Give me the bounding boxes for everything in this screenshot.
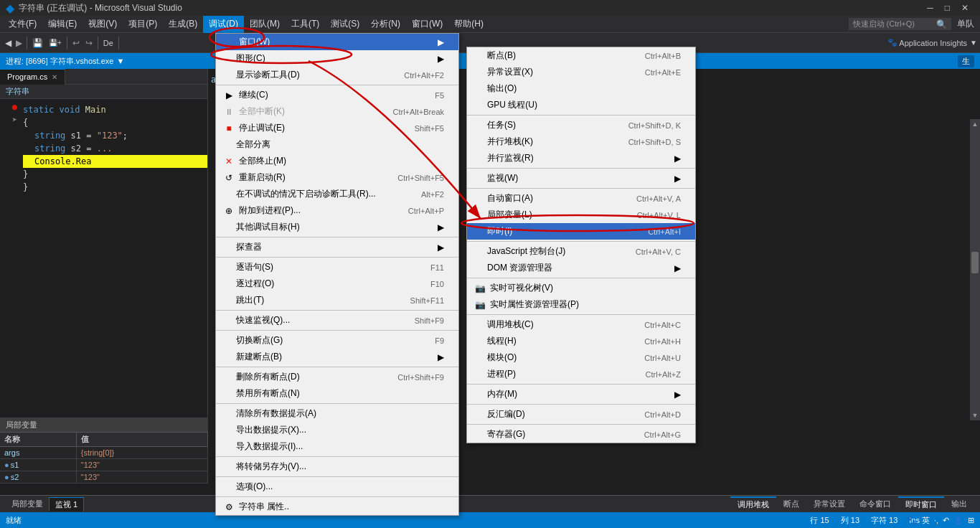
bottom-tab-locals[interactable]: 局部变量 — [6, 497, 50, 511]
locals-row-s2: ●s2 "123" — [0, 471, 208, 484]
window-jsconsole[interactable]: JavaScript 控制台(J) Ctrl+Alt+V, C — [467, 243, 695, 260]
menu-window[interactable]: 窗口(W) — [406, 16, 448, 33]
toolbar-fwd[interactable]: ▶ — [14, 37, 24, 50]
menu-test[interactable]: 测试(S) — [325, 16, 365, 33]
debug-menu-continue[interactable]: ▶ 继续(C) F5 — [216, 87, 458, 103]
sep — [467, 278, 695, 278]
window-parallelwatch[interactable]: 并行监视(R) ▶ — [467, 150, 695, 166]
maximize-btn[interactable]: □ — [939, 3, 956, 13]
debug-menu-deleteallbp[interactable]: 删除所有断点(D) Ctrl+Shift+F9 — [216, 369, 458, 385]
debug-menu-properties[interactable]: ⚙ 字符串 属性.. — [216, 499, 458, 515]
debug-menu-togglebp[interactable]: 切换断点(G) F9 — [216, 332, 458, 349]
bottom-tab-immediate[interactable]: 即时窗口 — [898, 496, 944, 512]
window-locals[interactable]: 局部变量(L) Ctrl+Alt+V, L — [467, 207, 695, 223]
menu-build[interactable]: 生成(B) — [163, 16, 203, 33]
bottom-tab-callstack[interactable]: 调用堆栈 — [730, 496, 776, 512]
menu-tools[interactable]: 工具(T) — [286, 16, 325, 33]
locals-panel-header: 局部变量 — [0, 418, 208, 433]
toolbar-saveall[interactable]: 💾+ — [46, 37, 65, 48]
scroll-thumb[interactable] — [971, 252, 979, 273]
single-queue-btn[interactable]: 单队 — [957, 18, 974, 30]
window-livetree[interactable]: 📷 实时可视化树(V) — [467, 280, 695, 296]
editor-content[interactable]: ● ➤ static void Main { string s1 = "123"… — [0, 99, 207, 420]
prop-icon: ⚙ — [222, 502, 236, 512]
bottom-tab-command[interactable]: 命令窗口 — [852, 497, 898, 511]
menu-debug[interactable]: 调试(D) — [203, 16, 244, 33]
debug-menu-attach[interactable]: ⊕ 附加到进程(P)... Ctrl+Alt+P — [216, 202, 458, 219]
debug-menu-othertargets[interactable]: 其他调试目标(H) ▶ — [216, 219, 458, 235]
toolbar-redo[interactable]: ↪ — [83, 37, 95, 50]
menu-team[interactable]: 团队(M) — [244, 16, 286, 33]
scroll-down-icon[interactable]: ▼ — [972, 412, 979, 419]
debug-menu-newbp[interactable]: 新建断点(B) ▶ — [216, 349, 458, 365]
debug-menu-quickwatch[interactable]: 快速监视(Q)... Shift+F9 — [216, 312, 458, 329]
debug-menu-profiler[interactable]: 探查器 ▶ — [216, 239, 458, 255]
window-tasks[interactable]: 任务(S) Ctrl+Shift+D, K — [467, 117, 695, 133]
debug-menu-stepover[interactable]: 逐过程(O) F10 — [216, 275, 458, 292]
debug-menu-cleardatatips[interactable]: 清除所有数据提示(A) — [216, 405, 458, 422]
toolbar-save[interactable]: 💾 — [29, 37, 46, 50]
debug-menu-restart[interactable]: ↺ 重新启动(R) Ctrl+Shift+F5 — [216, 169, 458, 186]
status-line: 行 15 — [810, 515, 829, 526]
debug-menu-terminateall[interactable]: ✕ 全部终止(M) — [216, 153, 458, 169]
window-processes[interactable]: 进程(P) Ctrl+Alt+Z — [467, 366, 695, 382]
menu-analyze[interactable]: 分析(N) — [365, 16, 406, 33]
tab-close-icon[interactable]: ✕ — [52, 73, 57, 81]
expand-icon[interactable]: ⊞ — [968, 516, 974, 525]
menu-edit[interactable]: 编辑(E) — [42, 16, 83, 33]
locals-col-value: 值 — [76, 433, 207, 447]
toolbar-undo[interactable]: ↩ — [70, 37, 83, 50]
window-registers[interactable]: 寄存器(G) Ctrl+Alt+G — [467, 426, 695, 443]
process-dropdown[interactable]: ▼ — [116, 57, 124, 65]
code-line-3: string s1 = "123"; — [23, 129, 207, 142]
window-watch[interactable]: 监视(W) ▶ — [467, 170, 695, 187]
debug-menu-stepinto[interactable]: 逐语句(S) F11 — [216, 259, 458, 275]
user-icon[interactable]: 👤 — [953, 516, 963, 525]
window-immediate[interactable]: 即时(I) Ctrl+Alt+I — [467, 223, 695, 240]
debug-menu-options[interactable]: 选项(O)... — [216, 478, 458, 495]
window-output[interactable]: 输出(O) — [467, 80, 695, 97]
window-gpu[interactable]: GPU 线程(U) — [467, 97, 695, 113]
bottom-tab-watch[interactable]: 监视 1 — [50, 497, 84, 512]
debug-menu-importdatatips[interactable]: 导入数据提示(I)... — [216, 438, 458, 455]
code-line-5: Console.Rea — [23, 155, 207, 168]
window-liveprop[interactable]: 📷 实时属性资源管理器(P) — [467, 296, 695, 313]
debug-menu-stepout[interactable]: 跳出(T) Shift+F11 — [216, 292, 458, 308]
toolbar-back[interactable]: ◀ — [3, 37, 14, 50]
quick-launch[interactable]: 快速启动 (Ctrl+Q) 🔍 — [849, 18, 951, 30]
bottom-tab-exceptions[interactable]: 异常设置 — [806, 497, 852, 511]
window-disassembly[interactable]: 反汇编(D) Ctrl+Alt+D — [467, 406, 695, 423]
debug-menu-detachall[interactable]: 全部分离 — [216, 136, 458, 153]
debug-menu-savedump[interactable]: 将转储另存为(V)... — [216, 458, 458, 475]
debug-menu-stop[interactable]: ■ 停止调试(E) Shift+F5 — [216, 120, 458, 136]
debug-menu-disableallbp[interactable]: 禁用所有断点(N) — [216, 385, 458, 402]
menu-view[interactable]: 视图(V) — [83, 16, 123, 33]
app-insights-label[interactable]: Application Insights — [899, 39, 967, 47]
menu-project[interactable]: 项目(P) — [123, 16, 163, 33]
debug-menu-nodebug[interactable]: 在不调试的情况下启动诊断工具(R)... Alt+F2 — [216, 186, 458, 202]
window-parallelstacks[interactable]: 并行堆栈(K) Ctrl+Shift+D, S — [467, 133, 695, 150]
minimize-btn[interactable]: ─ — [921, 3, 939, 13]
window-autos[interactable]: 自动窗口(A) Ctrl+Alt+V, A — [467, 190, 695, 207]
debug-menu-graphics[interactable]: 图形(C) ▶ — [216, 50, 458, 67]
editor-tab-program[interactable]: Program.cs ✕ — [0, 69, 65, 85]
debug-menu-window[interactable]: 窗口(W) ▶ — [216, 34, 458, 50]
window-memory[interactable]: 内存(M) ▶ — [467, 386, 695, 402]
menu-file[interactable]: 文件(F) — [3, 16, 42, 33]
window-breakpoints[interactable]: 断点(B) Ctrl+Alt+B — [467, 47, 695, 64]
bottom-tab-output[interactable]: 输出 — [944, 497, 974, 511]
window-dom[interactable]: DOM 资源管理器 ▶ — [467, 260, 695, 276]
menu-help[interactable]: 帮助(H) — [448, 16, 489, 33]
debug-menu-exportdatatips[interactable]: 导出数据提示(X)... — [216, 422, 458, 438]
window-callstack[interactable]: 调用堆栈(C) Ctrl+Alt+C — [467, 316, 695, 333]
scroll-up-icon[interactable]: ▲ — [972, 121, 979, 128]
bottom-tab-breakpoints[interactable]: 断点 — [776, 497, 806, 511]
window-modules[interactable]: 模块(O) Ctrl+Alt+U — [467, 349, 695, 366]
app-insights-dropdown[interactable]: ▼ — [970, 39, 977, 47]
close-btn[interactable]: ✕ — [956, 3, 974, 13]
debug-menu-diagnostic[interactable]: 显示诊断工具(D) Ctrl+Alt+F2 — [216, 67, 458, 83]
window-exceptions[interactable]: 异常设置(X) Ctrl+Alt+E — [467, 64, 695, 80]
window-threads[interactable]: 线程(H) Ctrl+Alt+H — [467, 333, 695, 349]
generate-btn[interactable]: 生 — [958, 55, 974, 67]
locals-col-name: 名称 — [0, 433, 76, 447]
